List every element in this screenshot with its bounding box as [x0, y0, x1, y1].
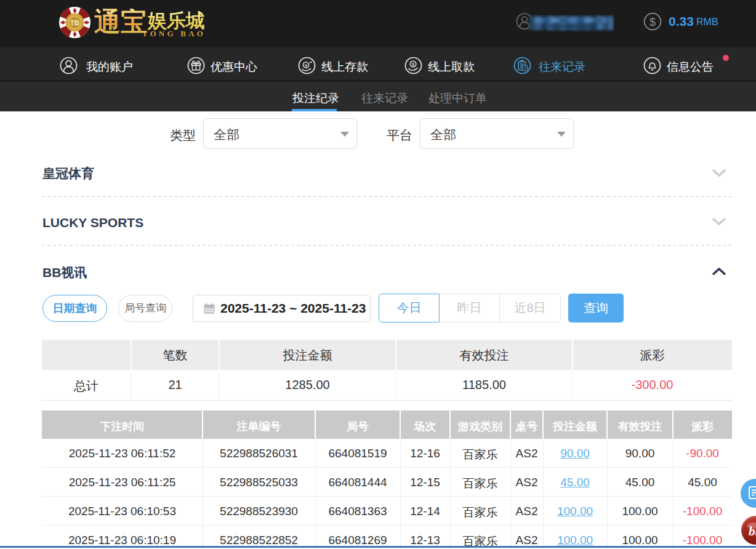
svg-text:$: $ [412, 62, 415, 67]
svg-text:bb: bb [749, 524, 756, 539]
svg-text:$: $ [649, 16, 656, 28]
svg-text:TB: TB [70, 19, 79, 26]
